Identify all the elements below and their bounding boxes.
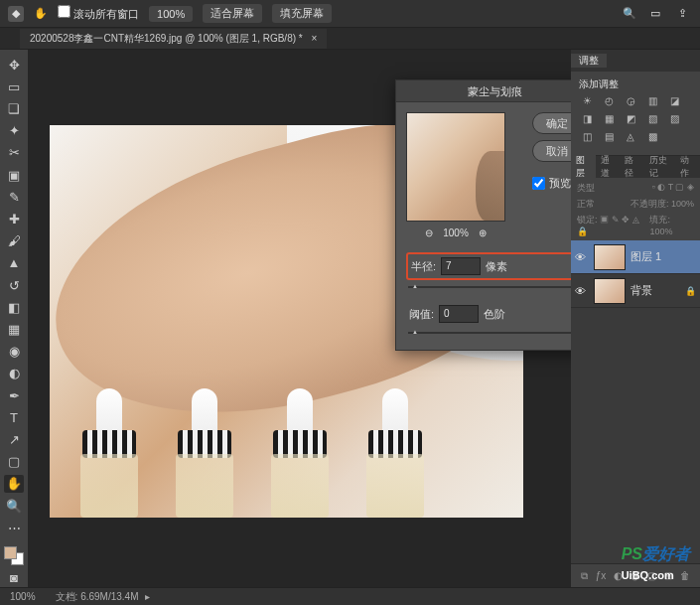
- history-brush-tool[interactable]: ↺: [4, 276, 24, 294]
- fit-screen-button[interactable]: 适合屏幕: [203, 4, 262, 23]
- dodge-tool[interactable]: ◐: [4, 365, 24, 382]
- link-layers-icon[interactable]: ⧉: [581, 570, 588, 582]
- channels-tab[interactable]: 通道: [596, 154, 621, 180]
- visibility-icon[interactable]: 👁: [575, 251, 589, 263]
- document-tab[interactable]: 20200528李鑫一CNT精华1269.jpg @ 100% (图层 1, R…: [20, 29, 327, 49]
- quickmask-tool[interactable]: ◙: [4, 569, 24, 587]
- right-panels: 调整 添加调整 ☀◴◶▥◪ ◨▦◩▧▨ ◫▤◬▩ 图层 通道 路径 历史记 动作…: [571, 50, 700, 587]
- path-tool[interactable]: ↗: [4, 430, 24, 448]
- preview-label: 预览: [549, 176, 571, 191]
- layer-row[interactable]: 👁 图层 1: [571, 240, 700, 274]
- heal-tool[interactable]: ✚: [4, 210, 24, 227]
- threshold-slider[interactable]: [408, 332, 571, 334]
- actions-tab[interactable]: 动作: [675, 154, 700, 180]
- options-bar: ◆ ✋ 滚动所有窗口 100% 适合屏幕 填充屏幕 🔍 ▭ ⇪: [0, 0, 700, 28]
- threshold-row: 阈值: 0 色阶: [406, 302, 571, 326]
- layer-thumbnail[interactable]: [594, 278, 626, 304]
- status-zoom[interactable]: 100%: [10, 591, 36, 602]
- ok-button[interactable]: 确定: [532, 112, 571, 134]
- close-tab-icon[interactable]: ×: [312, 33, 318, 44]
- layer-thumbnail[interactable]: [594, 244, 626, 270]
- history-tab[interactable]: 历史记: [644, 154, 676, 180]
- hand-tool-icon[interactable]: ✋: [34, 7, 48, 20]
- blend-mode-select[interactable]: 正常: [577, 198, 595, 211]
- dust-scratches-dialog: 蒙尘与划痕 确定 取消 预览 ⊖ 100% ⊕ 半径:: [395, 79, 571, 351]
- frame-tool[interactable]: ▣: [4, 166, 24, 184]
- app-logo: ◆: [8, 6, 24, 22]
- cancel-button[interactable]: 取消: [532, 140, 571, 162]
- zoom-percent: 100%: [443, 227, 469, 238]
- marquee-tool[interactable]: ▭: [4, 77, 24, 95]
- radius-slider[interactable]: [408, 286, 571, 288]
- layer-row[interactable]: 👁 背景 🔒: [571, 274, 700, 308]
- status-doc-size: 文档: 6.69M/13.4M: [56, 590, 139, 604]
- layer-name[interactable]: 图层 1: [630, 249, 661, 264]
- shape-tool[interactable]: ▢: [4, 453, 24, 471]
- pen-tool[interactable]: ✒: [4, 386, 24, 404]
- radius-row: 半径: 7 像素: [406, 252, 571, 280]
- add-adjustment-label: 添加调整: [579, 77, 692, 91]
- search-icon[interactable]: 🔍: [623, 7, 636, 21]
- blur-tool[interactable]: ◉: [4, 343, 24, 361]
- layer-list: 👁 图层 1 👁 背景 🔒: [571, 240, 700, 563]
- lock-icon: 🔒: [685, 286, 696, 296]
- gradient-tool[interactable]: ▦: [4, 320, 24, 338]
- foreground-swatch[interactable]: [4, 546, 17, 559]
- threshold-input[interactable]: 0: [439, 305, 479, 323]
- zoom-level-button[interactable]: 100%: [149, 6, 193, 22]
- edit-toolbar[interactable]: ⋯: [4, 519, 24, 536]
- color-swatches[interactable]: [4, 546, 24, 564]
- move-tool[interactable]: ✥: [4, 56, 24, 74]
- fill-screen-button[interactable]: 填充屏幕: [272, 4, 332, 23]
- fx-icon[interactable]: ƒx: [596, 570, 607, 581]
- watermark: PS爱好者 UiBQ.com: [622, 544, 690, 583]
- tab-filename: 20200528李鑫一CNT精华1269.jpg @ 100% (图层 1, R…: [30, 33, 303, 44]
- visibility-icon[interactable]: 👁: [575, 285, 589, 297]
- zoom-in-icon[interactable]: ⊕: [479, 227, 487, 238]
- crop-tool[interactable]: ✂: [4, 144, 24, 162]
- threshold-label: 阈值:: [409, 307, 434, 322]
- dialog-title: 蒙尘与划痕: [396, 80, 571, 102]
- paths-tab[interactable]: 路径: [620, 154, 644, 180]
- eraser-tool[interactable]: ◧: [4, 298, 24, 316]
- radius-label: 半径:: [411, 259, 436, 274]
- type-tool[interactable]: T: [4, 408, 24, 426]
- layers-tab[interactable]: 图层: [571, 154, 596, 180]
- preview-image[interactable]: [406, 112, 505, 222]
- radius-unit: 像素: [486, 259, 507, 274]
- zoom-out-icon[interactable]: ⊖: [425, 227, 433, 238]
- preview-checkbox[interactable]: [532, 177, 545, 190]
- radius-input[interactable]: 7: [441, 257, 481, 275]
- kind-label: 类型: [577, 182, 595, 195]
- document-tabs: 20200528李鑫一CNT精华1269.jpg @ 100% (图层 1, R…: [0, 28, 700, 50]
- layer-name[interactable]: 背景: [630, 283, 652, 298]
- tools-panel: ✥ ▭ ❏ ✦ ✂ ▣ ✎ ✚ 🖌 ▲ ↺ ◧ ▦ ◉ ◐ ✒ T ↗ ▢ ✋ …: [0, 50, 28, 587]
- lasso-tool[interactable]: ❏: [4, 99, 24, 117]
- hand-tool[interactable]: ✋: [4, 475, 24, 493]
- scroll-all-checkbox[interactable]: 滚动所有窗口: [58, 5, 139, 22]
- adjustments-tab[interactable]: 调整: [571, 54, 607, 68]
- canvas-area[interactable]: 蒙尘与划痕 确定 取消 预览 ⊖ 100% ⊕ 半径:: [28, 50, 571, 587]
- eyedropper-tool[interactable]: ✎: [4, 188, 24, 206]
- brush-tool[interactable]: 🖌: [4, 232, 24, 250]
- stamp-tool[interactable]: ▲: [4, 254, 24, 272]
- zoom-tool[interactable]: 🔍: [4, 497, 24, 515]
- wand-tool[interactable]: ✦: [4, 122, 24, 140]
- threshold-unit: 色阶: [484, 307, 505, 322]
- workspace-icon[interactable]: ▭: [650, 7, 664, 21]
- status-bar: 100% 文档: 6.69M/13.4M ▸: [0, 587, 700, 605]
- share-icon[interactable]: ⇪: [678, 7, 692, 21]
